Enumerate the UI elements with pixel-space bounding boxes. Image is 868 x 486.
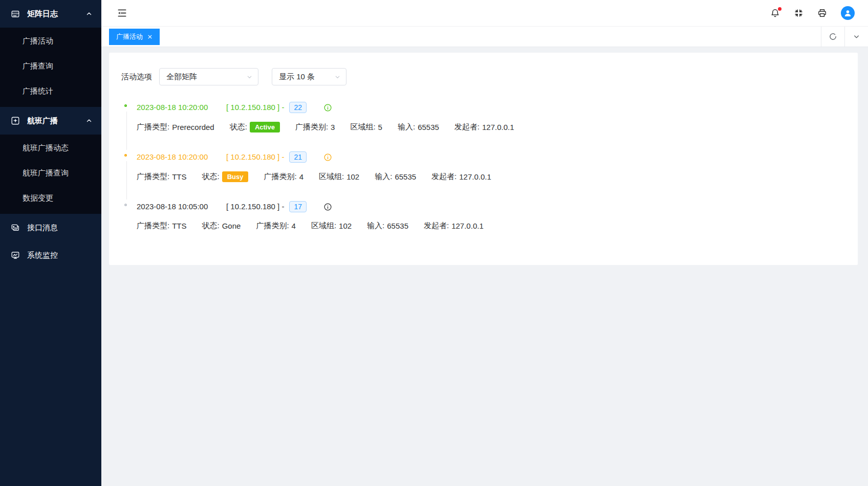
timeline-dot (124, 104, 127, 107)
timeline-entry: 2023-08-18 10:20:00 [ 10.2.150.180 ] - 2… (124, 151, 845, 201)
field-label: 区域组: (319, 172, 344, 182)
tab-broadcast-activity[interactable]: 广播活动 (109, 29, 160, 45)
field-label: 输入: (367, 221, 384, 231)
interface-message-icon (11, 223, 20, 232)
entry-time: 2023-08-18 10:20:00 (137, 152, 216, 162)
sidebar-item-flight-broadcast-live[interactable]: 航班广播动态 (0, 136, 101, 161)
entry-badge: 21 (289, 151, 307, 163)
broadcast-activity-card: 活动选项 全部矩阵 显示 10 条 (109, 53, 858, 265)
field-value: 5 (378, 123, 382, 131)
field-value: TTS (172, 222, 186, 230)
entry-ip: [ 10.2.150.180 ] - (226, 102, 284, 113)
field-label: 发起者: (431, 172, 457, 182)
notification-red-dot (778, 7, 782, 11)
sidebar-item-label: 系统监控 (27, 251, 58, 260)
submenu-item-label: 数据变更 (23, 193, 53, 203)
sidebar-item-flight-broadcast-query[interactable]: 航班广播查询 (0, 161, 101, 186)
matrix-select[interactable]: 全部矩阵 (159, 68, 258, 85)
field-value: Prerecorded (172, 123, 214, 131)
field-value: 4 (292, 222, 296, 230)
entry-details: 广播类型:TTS 状态:Busy 广播类别:4 区域组:102 输入:65535… (137, 171, 845, 201)
chevron-down-icon[interactable] (844, 27, 868, 47)
content-area: 活动选项 全部矩阵 显示 10 条 (101, 47, 868, 486)
refresh-icon[interactable] (821, 27, 844, 47)
tab-controls (821, 27, 868, 47)
field-label: 广播类别: (264, 172, 296, 182)
system-monitor-icon (11, 251, 20, 260)
sidebar-item-broadcast-activity[interactable]: 广播活动 (0, 29, 101, 54)
field-value: 65535 (395, 172, 416, 181)
sidebar-item-interface-message[interactable]: 接口消息 (0, 214, 101, 241)
chevron-up-icon (86, 11, 92, 17)
page-size-select-value: 显示 10 条 (279, 72, 315, 82)
field-value: 127.0.0.1 (459, 172, 491, 181)
entry-ip: [ 10.2.150.180 ] - (226, 152, 284, 162)
timeline-dot (124, 154, 127, 157)
status-badge: Active (250, 122, 280, 132)
entry-time: 2023-08-18 10:05:00 (137, 202, 216, 212)
entry-header: 2023-08-18 10:20:00 [ 10.2.150.180 ] - 2… (137, 151, 845, 163)
submenu-item-label: 航班广播动态 (23, 143, 69, 153)
entry-details: 广播类型:Prerecorded 状态:Active 广播类别:3 区域组:5 … (137, 122, 845, 151)
sidebar-item-label: 矩阵日志 (27, 9, 58, 19)
entry-time: 2023-08-18 10:20:00 (137, 102, 216, 113)
entry-details: 广播类型:TTS 状态:Gone 广播类别:4 区域组:102 输入:65535… (137, 221, 845, 250)
close-icon[interactable] (147, 34, 153, 39)
field-value: 127.0.0.1 (482, 123, 514, 131)
field-value: 102 (346, 172, 359, 181)
field-label: 广播类型: (137, 221, 169, 231)
field-label: 发起者: (424, 221, 449, 231)
tabbar: 广播活动 (101, 27, 868, 47)
field-label: 广播类别: (256, 221, 289, 231)
submenu-matrix-log: 广播活动 广播查询 广播统计 (0, 28, 101, 107)
sidebar: 矩阵日志 广播活动 广播查询 广播统计 航班广播 航班广播动态 (0, 0, 101, 486)
avatar[interactable] (841, 6, 855, 20)
topbar-actions (770, 6, 855, 20)
field-label: 区域组: (311, 221, 336, 231)
sidebar-item-broadcast-query[interactable]: 广播查询 (0, 54, 101, 79)
entry-ip: [ 10.2.150.180 ] - (226, 202, 284, 212)
field-label: 广播类别: (295, 122, 328, 132)
field-value: 102 (339, 222, 352, 230)
submenu-item-label: 航班广播查询 (23, 168, 69, 178)
submenu-item-label: 广播统计 (23, 86, 53, 96)
bell-icon[interactable] (770, 8, 780, 18)
field-label: 状态: (202, 172, 220, 182)
collapse-sidebar-icon[interactable] (117, 8, 127, 18)
tab-label: 广播活动 (116, 32, 143, 41)
entry-badge: 17 (289, 201, 307, 212)
sidebar-item-system-monitor[interactable]: 系统监控 (0, 241, 101, 269)
entry-header: 2023-08-18 10:20:00 [ 10.2.150.180 ] - 2… (137, 102, 845, 113)
field-value: 4 (299, 172, 303, 181)
submenu-item-label: 广播活动 (23, 36, 53, 46)
field-value: 65535 (387, 222, 408, 230)
status-badge: Busy (222, 171, 249, 182)
sidebar-item-flight-broadcast[interactable]: 航班广播 (0, 107, 101, 135)
field-label: 输入: (398, 122, 415, 132)
timeline-entry: 2023-08-18 10:20:00 [ 10.2.150.180 ] - 2… (124, 102, 845, 151)
field-label: 广播类型: (137, 172, 169, 182)
field-label: 广播类型: (137, 122, 169, 132)
entry-badge: 22 (289, 102, 307, 113)
timeline-entry: 2023-08-18 10:05:00 [ 10.2.150.180 ] - 1… (124, 201, 845, 250)
info-icon[interactable] (323, 153, 332, 162)
entry-header: 2023-08-18 10:05:00 [ 10.2.150.180 ] - 1… (137, 201, 845, 212)
sidebar-item-label: 接口消息 (27, 223, 58, 233)
filter-label: 活动选项 (121, 72, 152, 82)
sidebar-item-broadcast-stats[interactable]: 广播统计 (0, 79, 101, 104)
sidebar-item-data-change[interactable]: 数据变更 (0, 186, 101, 211)
field-label: 状态: (230, 122, 247, 132)
sidebar-item-matrix-log[interactable]: 矩阵日志 (0, 0, 101, 28)
info-icon[interactable] (323, 103, 332, 112)
field-value: TTS (172, 172, 186, 181)
field-value: Gone (222, 222, 241, 230)
field-value: 65535 (418, 123, 439, 131)
chevron-down-icon (334, 74, 341, 80)
printer-icon[interactable] (817, 8, 827, 18)
field-value: 3 (331, 123, 335, 131)
fullscreen-icon[interactable] (794, 8, 804, 18)
field-value: 127.0.0.1 (451, 222, 484, 230)
page-size-select[interactable]: 显示 10 条 (272, 68, 346, 85)
sidebar-item-label: 航班广播 (27, 116, 58, 126)
info-icon[interactable] (323, 203, 332, 211)
